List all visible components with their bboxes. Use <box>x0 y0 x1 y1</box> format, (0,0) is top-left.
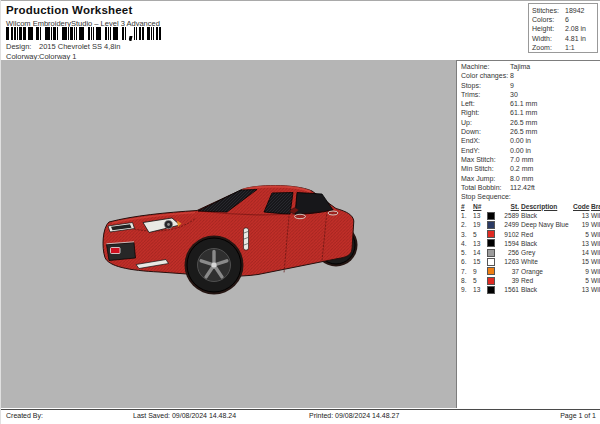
car-embroidery-design <box>96 181 361 296</box>
design-canvas <box>1 60 456 408</box>
thread-code: 13 <box>573 239 589 248</box>
stat-value: 6 <box>565 15 569 24</box>
machine-info-row: Color changes:8 <box>461 71 600 80</box>
needle-number: 14 <box>473 248 485 257</box>
stop-sequence-title: Stop Sequence: <box>461 192 600 202</box>
design-stats-box: Stitches:18942 Colors:6 Height:2.08 in W… <box>528 3 598 53</box>
thread-brand: Wilcom <box>591 239 600 248</box>
stop-num: 6. <box>461 257 471 266</box>
info-label: Min Stitch: <box>461 164 510 173</box>
machine-info-row: Max Jump:8.0 mm <box>461 174 600 183</box>
stitch-count: 9102 <box>499 230 519 239</box>
needle-number: 5 <box>473 276 485 285</box>
needle-number: 13 <box>473 239 485 248</box>
info-value: 112.42ft <box>510 183 535 192</box>
thread-swatch <box>487 221 495 229</box>
stat-label: Colors: <box>532 15 565 24</box>
machine-info-row: Machine:Tajima <box>461 62 600 71</box>
stop-num: 1. <box>461 211 471 220</box>
barcode-segment <box>134 27 161 40</box>
info-value: 26.5 mm <box>510 118 537 127</box>
info-label: Up: <box>461 118 510 127</box>
info-label: Stops: <box>461 81 510 90</box>
stop-row: 9.131561Black13Wilcom <box>461 285 598 294</box>
info-value: 8.0 mm <box>510 174 533 183</box>
thread-code: 9 <box>573 267 589 276</box>
stitch-count: 1561 <box>499 285 519 294</box>
info-value: 61.1 mm <box>510 108 537 117</box>
thread-brand: Wilcom <box>591 257 600 266</box>
thread-brand: Wilcom <box>591 248 600 257</box>
thread-swatch <box>487 230 495 238</box>
thread-brand: Wilcom <box>591 267 600 276</box>
design-barcode <box>6 27 161 40</box>
stat-value: 1:1 <box>565 43 575 52</box>
info-label: Max Stitch: <box>461 155 510 164</box>
info-value: 30 <box>510 90 518 99</box>
stop-row: 6.151263White15Wilcom <box>461 257 598 266</box>
stat-row: Zoom:1:1 <box>532 43 597 52</box>
machine-info-row: Stops:9 <box>461 81 600 90</box>
stitch-count: 2589 <box>499 211 519 220</box>
info-label: Trims: <box>461 90 510 99</box>
created-by-label: Created By: <box>6 412 43 419</box>
stitch-count: 1263 <box>499 257 519 266</box>
stop-num: 7. <box>461 267 471 276</box>
grille <box>107 242 136 261</box>
stitch-count: 2499 <box>499 220 519 229</box>
needle-number: 13 <box>473 211 485 220</box>
thread-description: Orange <box>521 267 571 276</box>
info-label: Left: <box>461 99 510 108</box>
thread-brand: Wilcom <box>591 230 600 239</box>
needle-number: 13 <box>473 285 485 294</box>
stat-value: 4.81 in <box>565 34 586 43</box>
thread-description: Black <box>521 285 571 294</box>
stop-num: 9. <box>461 285 471 294</box>
page-number: Page 1 of 1 <box>560 412 596 419</box>
column-header: St. <box>499 202 519 211</box>
front-door-handle <box>295 214 306 218</box>
thread-description: Black <box>521 211 571 220</box>
thread-code: 14 <box>573 248 589 257</box>
info-label: EndX: <box>461 136 510 145</box>
thread-brand: Wilcom <box>591 220 600 229</box>
machine-info-row: EndX:0.00 in <box>461 136 600 145</box>
thread-brand: Wilcom <box>591 211 600 220</box>
stop-row: 1.132589Black13Wilcom <box>461 211 598 220</box>
stop-sequence-header-row: # N# St. Description Code Brand <box>461 202 598 211</box>
thread-description: Grey <box>521 248 571 257</box>
thread-swatch <box>487 212 495 220</box>
info-value: 26.5 mm <box>510 127 537 136</box>
needle-number: 15 <box>473 257 485 266</box>
machine-info-row: Total Bobbin:112.42ft <box>461 183 600 192</box>
stat-row: Height:2.08 in <box>532 24 597 33</box>
footer-divider <box>1 409 600 410</box>
info-value: Tajima <box>510 62 530 71</box>
stop-num: 3. <box>461 230 471 239</box>
stat-value: 18942 <box>565 6 584 15</box>
info-value: 0.00 in <box>510 136 531 145</box>
thread-description: Deep Navy Blue <box>521 220 571 229</box>
thread-swatch <box>487 267 495 275</box>
thread-description: Red <box>521 276 571 285</box>
column-header: Brand <box>591 202 600 211</box>
column-header: # <box>461 202 471 211</box>
stat-label: Height: <box>532 24 565 33</box>
thread-code: 19 <box>573 220 589 229</box>
production-worksheet-page: Production Worksheet Wilcom EmbroiderySt… <box>0 0 600 424</box>
barcode-segment <box>6 27 127 40</box>
machine-info-row: Left:61.1 mm <box>461 99 600 108</box>
stitch-count: 37 <box>499 267 519 276</box>
machine-info-row: Min Stitch:0.2 mm <box>461 164 600 173</box>
thread-brand: Wilcom <box>591 285 600 294</box>
design-name-row: Design: 2015 Chevrolet SS 4,8in <box>6 42 120 51</box>
needle-number: 19 <box>473 220 485 229</box>
fender-vent <box>244 228 249 250</box>
stat-row: Colors:6 <box>532 15 597 24</box>
thread-description: Black <box>521 239 571 248</box>
stop-row: 8.539Red5Wilcom <box>461 276 598 285</box>
thread-code: 5 <box>573 230 589 239</box>
rear-door-handle <box>328 211 338 215</box>
thread-description: White <box>521 257 571 266</box>
needle-number: 9 <box>473 267 485 276</box>
